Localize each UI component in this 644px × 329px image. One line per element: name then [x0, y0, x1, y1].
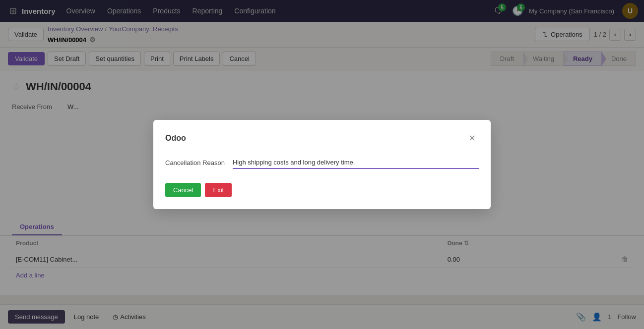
modal-title: Odoo [165, 134, 186, 143]
cancellation-reason-input[interactable] [233, 157, 479, 169]
modal-body: Cancellation Reason [165, 157, 479, 169]
modal-overlay: Odoo ✕ Cancellation Reason Cancel Exit [0, 0, 644, 295]
modal-exit-button[interactable]: Exit [205, 183, 232, 197]
cancellation-reason-label: Cancellation Reason [165, 159, 225, 166]
modal-footer: Cancel Exit [165, 183, 479, 197]
modal-close-button[interactable]: ✕ [465, 132, 479, 145]
modal-dialog: Odoo ✕ Cancellation Reason Cancel Exit [153, 120, 491, 209]
modal-header: Odoo ✕ [165, 132, 479, 145]
modal-cancel-button[interactable]: Cancel [165, 183, 201, 197]
